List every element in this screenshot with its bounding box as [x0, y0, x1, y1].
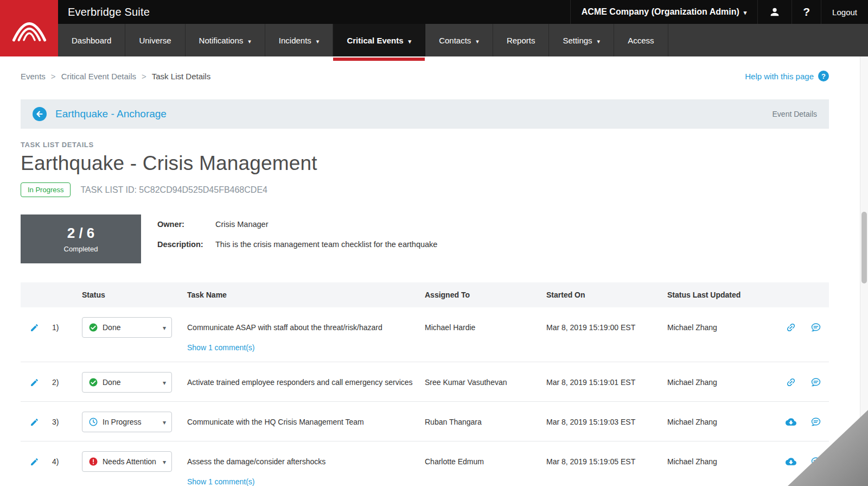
topbar-right: ACME Company (Organization Admin) Logout: [570, 0, 868, 24]
nav-item-notifications[interactable]: Notifications: [186, 24, 265, 56]
progress-summary: 2 / 6 Completed: [21, 214, 141, 263]
nav-item-label: Notifications: [199, 36, 244, 45]
col-status: Status: [82, 291, 187, 299]
logout-button[interactable]: Logout: [821, 0, 868, 24]
status-done-icon: [88, 377, 98, 387]
nav-item-critical-events[interactable]: Critical Events: [333, 24, 425, 56]
help-link-label: Help with this page: [745, 72, 814, 81]
summary-section: 2 / 6 Completed Owner: Crisis Manager De…: [21, 214, 829, 263]
started-on: Mar 8, 2019 15:19:03 EST: [546, 412, 667, 432]
chevron-down-icon: [744, 7, 747, 17]
nav-item-universe[interactable]: Universe: [125, 24, 185, 56]
task-status-dropdown[interactable]: Done: [82, 372, 172, 393]
chevron-down-icon: [163, 378, 166, 387]
breadcrumb-separator: >: [51, 72, 56, 81]
nav-item-label: Reports: [507, 36, 535, 45]
started-on: Mar 8, 2019 15:19:00 EST: [546, 317, 667, 338]
event-title-link[interactable]: Earthquake - Anchorage: [55, 108, 167, 120]
started-on: Mar 8, 2019 15:19:05 EST: [546, 451, 667, 472]
comment-icon[interactable]: [810, 322, 821, 333]
nav-item-label: Incidents: [279, 36, 311, 45]
everbridge-logo[interactable]: [0, 0, 58, 56]
org-selector[interactable]: ACME Company (Organization Admin): [570, 0, 758, 24]
status-label: Needs Attention: [103, 457, 158, 466]
meta-info: Owner: Crisis Manager Description: This …: [157, 214, 437, 263]
breadcrumb-separator: >: [142, 72, 146, 81]
task-name: Assess the damage/consider aftershocks: [187, 451, 425, 472]
task-number: 1): [48, 317, 82, 338]
nav-item-label: Universe: [139, 36, 171, 45]
task-number: 3): [48, 412, 82, 432]
page-title: Earthquake - Crisis Management: [21, 152, 829, 175]
show-comments-link[interactable]: Show 1 comment(s): [187, 476, 425, 486]
assigned-to: Charlotte Edmum: [425, 451, 546, 472]
status-needs-attention-icon: [88, 457, 98, 466]
description-label: Description:: [157, 240, 215, 249]
nav-item-reports[interactable]: Reports: [493, 24, 550, 56]
table-row: 3)In ProgressCommunicate with the HQ Cri…: [21, 402, 829, 441]
task-table-body: 1)DoneCommunicate ASAP with staff about …: [21, 307, 829, 486]
breadcrumb-item[interactable]: Critical Event Details: [61, 72, 136, 81]
status-label: Done: [103, 323, 158, 332]
breadcrumb: Events>Critical Event Details>Task List …: [21, 71, 829, 81]
show-comments-link[interactable]: Show 1 comment(s): [187, 342, 425, 353]
assigned-to: Michael Hardie: [425, 317, 546, 338]
nav-item-settings[interactable]: Settings: [549, 24, 614, 56]
status-label: Done: [103, 378, 158, 387]
progress-label: Completed: [64, 245, 98, 253]
edit-task-icon[interactable]: [30, 378, 39, 387]
cloud-download-icon[interactable]: [786, 416, 796, 427]
nav-item-contacts[interactable]: Contacts: [425, 24, 493, 56]
task-status-dropdown[interactable]: In Progress: [82, 412, 172, 432]
owner-label: Owner:: [157, 220, 215, 229]
help-with-page-link[interactable]: Help with this page: [745, 71, 829, 81]
chevron-down-icon: [163, 457, 166, 466]
topbar: Everbridge Suite ACME Company (Organizat…: [0, 0, 868, 24]
chevron-down-icon: [163, 418, 166, 426]
scrollbar-thumb[interactable]: [861, 212, 867, 283]
nav-item-label: Access: [628, 36, 654, 45]
progress-count: 2 / 6: [67, 225, 95, 242]
nav-item-label: Critical Events: [347, 36, 403, 45]
col-started-on: Started On: [546, 291, 667, 299]
task-table: Status Task Name Assigned To Started On …: [21, 282, 829, 486]
org-name: ACME Company: [582, 7, 649, 17]
badge-row: In Progress TASK LIST ID: 5C82CD94D525D4…: [21, 182, 829, 197]
task-number: 2): [48, 372, 82, 393]
link-icon[interactable]: [786, 377, 796, 388]
assigned-to: Ruban Thangara: [425, 412, 546, 432]
table-row: 1)DoneCommunicate ASAP with staff about …: [21, 307, 829, 362]
chevron-down-icon: [409, 36, 412, 45]
comment-icon[interactable]: [810, 416, 821, 427]
status-in-progress-icon: [88, 417, 98, 427]
status-last-updated: Michael Zhang: [667, 412, 775, 432]
section-label: TASK LIST DETAILS: [21, 141, 829, 149]
nav-item-incidents[interactable]: Incidents: [265, 24, 334, 56]
edit-task-icon[interactable]: [30, 323, 39, 332]
status-done-icon: [88, 323, 98, 332]
help-button[interactable]: [792, 0, 821, 24]
question-mark-icon: [803, 5, 810, 18]
col-status-last-updated: Status Last Updated: [667, 291, 775, 299]
edit-task-icon[interactable]: [30, 418, 39, 427]
task-name: Activate trained employee responders and…: [187, 372, 425, 393]
back-button[interactable]: [33, 107, 47, 121]
started-on: Mar 8, 2019 15:19:01 EST: [546, 372, 667, 393]
task-number: 4): [48, 451, 82, 472]
task-status-dropdown[interactable]: Done: [82, 317, 172, 338]
task-status-dropdown[interactable]: Needs Attention: [82, 451, 172, 472]
cloud-download-icon[interactable]: [786, 456, 796, 467]
col-assigned-to: Assigned To: [425, 291, 546, 299]
edit-task-icon[interactable]: [30, 457, 39, 466]
nav-item-dashboard[interactable]: Dashboard: [58, 24, 125, 56]
comment-icon[interactable]: [810, 377, 821, 388]
status-last-updated: Michael Zhang: [667, 372, 775, 393]
nav-item-label: Contacts: [439, 36, 471, 45]
main-nav: DashboardUniverseNotificationsIncidentsC…: [0, 24, 868, 56]
breadcrumb-item[interactable]: Events: [21, 72, 46, 81]
user-profile-button[interactable]: [757, 0, 792, 24]
table-row: 2)DoneActivate trained employee responde…: [21, 362, 829, 402]
link-icon[interactable]: [786, 322, 796, 333]
chevron-down-icon: [476, 36, 479, 45]
nav-item-access[interactable]: Access: [614, 24, 668, 56]
